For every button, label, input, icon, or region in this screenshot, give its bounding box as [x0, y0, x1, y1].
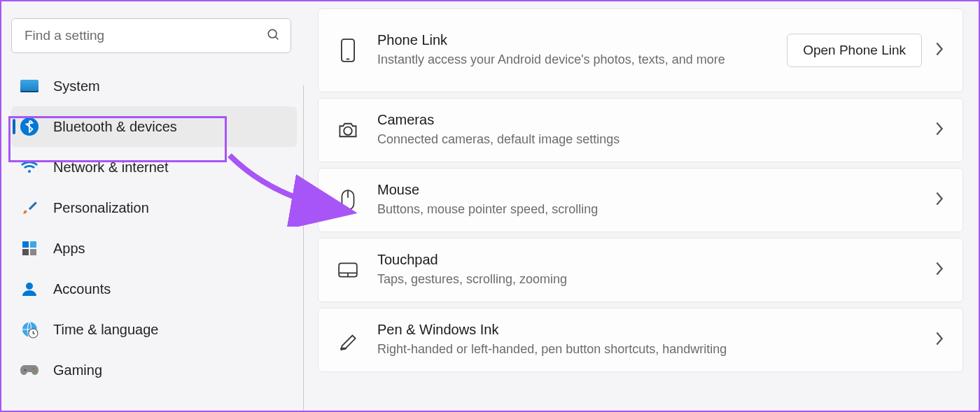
wifi-icon: [20, 157, 39, 177]
mouse-icon: [337, 189, 359, 211]
card-text: Pen & Windows Ink Right-handed or left-h…: [377, 322, 934, 357]
card-text: Touchpad Taps, gestures, scrolling, zoom…: [377, 252, 934, 287]
card-title: Phone Link: [377, 32, 787, 48]
card-desc: Taps, gestures, scrolling, zooming: [377, 271, 934, 287]
svg-line-1: [276, 37, 279, 40]
card-text: Phone Link Instantly access your Android…: [377, 32, 787, 68]
card-action: Open Phone Link: [787, 34, 922, 67]
content-panel: Phone Link Instantly access your Android…: [304, 1, 979, 411]
sidebar-item-label: Time & language: [53, 322, 158, 338]
svg-rect-12: [342, 39, 354, 62]
card-title: Mouse: [377, 182, 934, 198]
card-phone-link[interactable]: Phone Link Instantly access your Android…: [318, 8, 963, 92]
svg-point-0: [268, 29, 276, 38]
apps-icon: [20, 239, 39, 258]
svg-rect-2: [22, 241, 29, 248]
card-desc: Connected cameras, default image setting…: [377, 131, 934, 148]
sidebar-item-label: Network & internet: [53, 159, 169, 176]
sidebar-item-bluetooth-devices[interactable]: Bluetooth & devices: [11, 106, 297, 147]
card-touchpad[interactable]: Touchpad Taps, gestures, scrolling, zoom…: [318, 238, 963, 302]
card-cameras[interactable]: Cameras Connected cameras, default image…: [318, 98, 963, 162]
sidebar: System Bluetooth & devices Network & int…: [1, 1, 304, 411]
sidebar-item-system[interactable]: System: [11, 66, 297, 106]
sidebar-item-label: Apps: [53, 241, 85, 257]
sidebar-item-network-internet[interactable]: Network & internet: [11, 147, 297, 187]
sidebar-item-gaming[interactable]: Gaming: [11, 350, 297, 390]
search-icon: [266, 27, 280, 44]
phone-icon: [337, 38, 359, 62]
svg-point-9: [24, 369, 26, 371]
chevron-right-icon: [934, 261, 944, 279]
sidebar-item-personalization[interactable]: Personalization: [11, 187, 297, 228]
card-pen-windows-ink[interactable]: Pen & Windows Ink Right-handed or left-h…: [318, 308, 963, 372]
brush-icon: [20, 198, 39, 218]
card-mouse[interactable]: Mouse Buttons, mouse pointer speed, scro…: [318, 168, 963, 232]
accounts-icon: [20, 279, 39, 299]
sidebar-nav: System Bluetooth & devices Network & int…: [11, 66, 297, 390]
bluetooth-icon: [20, 117, 39, 136]
sidebar-item-label: Personalization: [53, 200, 149, 216]
card-title: Cameras: [377, 112, 934, 128]
svg-point-6: [26, 283, 33, 290]
sidebar-item-label: Gaming: [53, 362, 102, 378]
camera-icon: [337, 121, 359, 139]
sidebar-item-label: Accounts: [53, 281, 111, 297]
card-title: Pen & Windows Ink: [377, 322, 934, 338]
svg-point-14: [344, 127, 352, 135]
open-phone-link-button[interactable]: Open Phone Link: [787, 34, 922, 67]
search-field[interactable]: [11, 18, 291, 53]
sidebar-item-label: System: [53, 78, 100, 94]
card-text: Cameras Connected cameras, default image…: [377, 112, 934, 148]
sidebar-item-apps[interactable]: Apps: [11, 228, 297, 269]
chevron-right-icon: [934, 121, 944, 139]
svg-rect-3: [30, 241, 36, 248]
system-icon: [20, 76, 39, 96]
svg-point-11: [34, 370, 36, 371]
card-desc: Instantly access your Android device's p…: [377, 51, 787, 68]
svg-rect-5: [30, 249, 36, 255]
card-text: Mouse Buttons, mouse pointer speed, scro…: [377, 182, 934, 218]
pen-ink-icon: [337, 329, 359, 350]
search-input[interactable]: [11, 18, 291, 53]
sidebar-item-label: Bluetooth & devices: [53, 119, 177, 135]
card-title: Touchpad: [377, 252, 934, 268]
touchpad-icon: [337, 262, 359, 278]
svg-point-10: [33, 368, 34, 369]
sidebar-divider: [303, 85, 304, 411]
clock-globe-icon: [20, 320, 39, 339]
chevron-right-icon: [934, 331, 944, 349]
sidebar-item-time-language[interactable]: Time & language: [11, 309, 297, 350]
chevron-right-icon: [934, 191, 944, 209]
svg-rect-4: [22, 249, 29, 255]
sidebar-item-accounts[interactable]: Accounts: [11, 269, 297, 309]
chevron-right-icon: [934, 41, 944, 59]
card-desc: Buttons, mouse pointer speed, scrolling: [377, 201, 934, 218]
gamepad-icon: [20, 360, 39, 380]
card-desc: Right-handed or left-handed, pen button …: [377, 341, 934, 357]
